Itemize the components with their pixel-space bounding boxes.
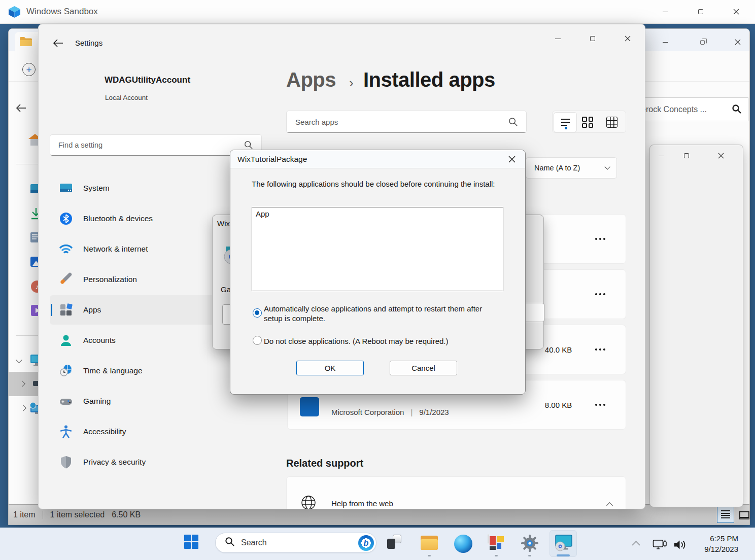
sidebar-item-label: Privacy & security	[83, 458, 146, 467]
selected-pill	[51, 304, 52, 316]
radio-auto-close[interactable]	[253, 308, 262, 318]
taskbar: Search b	[0, 528, 755, 560]
sandbox-logo-icon	[8, 5, 21, 19]
edge-taskbar-icon[interactable]	[454, 535, 472, 553]
network-chevron-icon[interactable]	[20, 405, 26, 411]
settings-close-button[interactable]	[617, 30, 638, 47]
explorer-back-button[interactable]	[15, 103, 31, 115]
status-selected-count: 1 item selected	[50, 510, 105, 519]
help-from-web-label: Help from the web	[331, 499, 393, 508]
installer-title-fragment: Wix	[217, 219, 230, 228]
radio-do-not-close[interactable]	[253, 336, 262, 345]
volume-tray-icon[interactable]	[674, 540, 687, 552]
tray-chevron-up-icon[interactable]	[632, 541, 640, 549]
search-apps-input[interactable]: Search apps	[286, 111, 527, 133]
settings-taskbar-icon[interactable]	[521, 534, 539, 554]
more-options-button[interactable]	[595, 404, 605, 406]
bing-chat-icon[interactable]: b	[358, 535, 374, 551]
start-button[interactable]	[184, 535, 198, 549]
settings-back-button[interactable]	[53, 39, 66, 52]
new-tab-button[interactable]: +	[22, 63, 36, 76]
windows-sandbox-window: Windows Sandbox +	[0, 0, 755, 560]
dialog-close-button[interactable]	[504, 153, 520, 166]
page-title: Installed apps	[363, 68, 495, 91]
sandbox-minimize-button[interactable]	[654, 0, 677, 23]
explorer-search-text: erock Concepts ...	[641, 105, 707, 114]
radio-do-not-close-label[interactable]: Do not close applications. (A Reboot may…	[264, 336, 496, 346]
globe-icon	[301, 495, 316, 509]
taskbar-search[interactable]: Search b	[215, 533, 376, 553]
sidebar-item-label: Accessibility	[83, 427, 126, 436]
sort-dropdown[interactable]: Name (A to Z)	[526, 157, 617, 179]
grid-view-button[interactable]	[582, 117, 593, 128]
background-window-close-button[interactable]	[711, 147, 731, 164]
explorer-search-input[interactable]: erock Concepts ...	[636, 97, 748, 121]
app-size: 8.00 KB	[545, 401, 572, 409]
background-window-maximize-button[interactable]	[676, 147, 697, 164]
radio-auto-close-label[interactable]: Automatically close applications and att…	[264, 304, 496, 323]
gamepad-icon	[59, 394, 73, 408]
sidebar-item-label: System	[83, 184, 110, 193]
listbox-item[interactable]: App	[256, 209, 269, 218]
wifi-icon	[59, 242, 73, 256]
settings-window-title: Settings	[75, 39, 102, 47]
active-app-taskbar-button[interactable]	[550, 530, 577, 557]
running-indicator	[528, 555, 531, 556]
dialog-titlebar: WixTutorialPackage	[230, 150, 525, 168]
collapse-chevron-icon[interactable]	[19, 380, 25, 387]
sandbox-maximize-button[interactable]	[689, 0, 712, 23]
sidebar-item-label: Accounts	[83, 336, 116, 345]
find-setting-placeholder: Find a setting	[58, 141, 102, 149]
help-from-web-card[interactable]: Help from the web	[286, 476, 626, 509]
settings-minimize-button[interactable]	[547, 30, 568, 47]
sandbox-titlebar: Windows Sandbox	[0, 0, 755, 24]
chevron-up-icon[interactable]	[606, 502, 613, 509]
breadcrumb-parent[interactable]: Apps	[286, 68, 336, 91]
sidebar-item-privacy[interactable]: Privacy & security	[50, 447, 263, 477]
list-view-button[interactable]	[554, 112, 577, 132]
expand-chevron-icon[interactable]	[16, 357, 22, 363]
system-icon	[59, 181, 73, 195]
view-toggle-group	[552, 111, 626, 133]
task-view-button[interactable]	[387, 535, 401, 549]
clock-date: 9/12/2023	[704, 544, 738, 554]
clock-time: 6:25 PM	[704, 533, 738, 544]
running-indicator	[495, 555, 498, 556]
status-item-count: 1 item	[13, 510, 36, 519]
applications-listbox[interactable]: App	[252, 207, 503, 291]
explorer-restore-button[interactable]	[691, 33, 714, 51]
more-options-button[interactable]	[595, 293, 605, 295]
sidebar-item-label: Bluetooth & devices	[83, 214, 153, 223]
more-options-button[interactable]	[595, 238, 605, 240]
cancel-button[interactable]: Cancel	[390, 361, 457, 375]
explorer-minimize-button[interactable]	[654, 33, 677, 51]
files-in-use-dialog: WixTutorialPackage The following applica…	[230, 150, 526, 395]
active-app-indicator	[557, 554, 570, 556]
account-type: Local Account	[105, 94, 148, 101]
taskbar-search-placeholder: Search	[241, 538, 267, 547]
sidebar-item-accessibility[interactable]: Accessibility	[50, 417, 263, 446]
settings-maximize-button[interactable]	[582, 30, 603, 47]
dialog-message: The following applications should be clo…	[252, 180, 510, 188]
sidebar-item-label: Gaming	[83, 397, 111, 406]
more-options-button[interactable]	[595, 348, 605, 351]
list-view-toggle-button[interactable]	[717, 506, 734, 523]
installer-text-fragment: Ga	[221, 285, 231, 294]
search-icon	[732, 104, 742, 116]
thumbnail-view-toggle-button[interactable]	[736, 507, 750, 524]
ok-button[interactable]: OK	[296, 361, 364, 375]
taskbar-clock[interactable]: 6:25 PM 9/12/2023	[704, 533, 738, 554]
accessibility-icon	[59, 425, 73, 439]
file-explorer-taskbar-icon[interactable]	[421, 535, 438, 551]
app-mosaic-taskbar-icon[interactable]	[488, 534, 489, 544]
search-icon	[508, 117, 518, 128]
sandbox-close-button[interactable]	[725, 0, 748, 23]
network-tray-icon[interactable]	[653, 538, 667, 553]
sidebar-item-label: Time & language	[83, 366, 143, 375]
background-window-minimize-button[interactable]	[651, 147, 671, 164]
status-divider	[43, 511, 43, 519]
person-icon	[59, 333, 73, 347]
explorer-close-button[interactable]	[726, 33, 749, 51]
folder-tab-icon	[19, 36, 32, 47]
table-view-button[interactable]	[606, 117, 617, 128]
